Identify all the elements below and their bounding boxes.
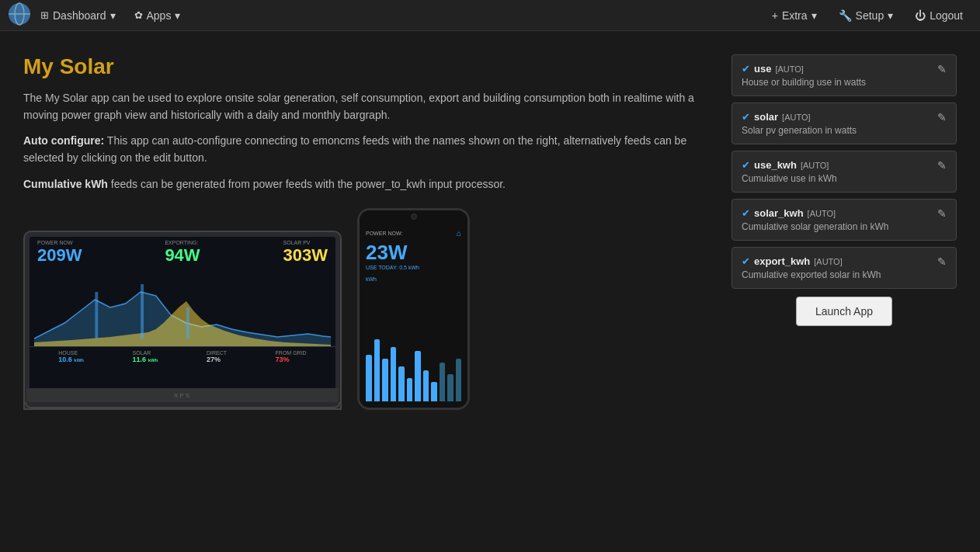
phone-bar-2	[382, 359, 388, 401]
stat3-label: SOLAR PV	[283, 240, 328, 245]
feed-card-export_kwh: ✔ export_kwh [AUTO] Cumulative exported …	[732, 247, 957, 289]
laptop-model: XPS	[174, 392, 191, 399]
phone-bar-7	[423, 370, 429, 401]
feed-card-solar: ✔ solar [AUTO] Solar pv generation in wa…	[732, 102, 957, 144]
phone-power-val: 23W	[366, 241, 461, 265]
phone-mockup: POWER NOW: ⌂ 23W USE TODAY: 0.5 kWh kWh	[357, 208, 470, 410]
feed-name-use: use	[754, 63, 771, 75]
feed-name-solar: solar	[754, 111, 778, 123]
laptop-chart	[34, 269, 331, 346]
check-icon: ✔	[742, 63, 750, 75]
phone-kwh-label: kWh	[366, 276, 461, 282]
laptop-mockup: POWER NOW 209W EXPORTING: 94W SOLAR PV 3…	[23, 231, 342, 410]
feed-tag-export_kwh: [AUTO]	[814, 257, 842, 266]
phone-bar-10	[447, 374, 454, 401]
bstat-house-val: 10.6 kWh	[58, 356, 84, 363]
bstat-solar-label: SOLAR	[133, 350, 158, 356]
page-title: My Solar	[23, 54, 708, 79]
chevron-down-icon: ▾	[175, 9, 180, 22]
feed-card-use: ✔ use [AUTO] House or building use in wa…	[732, 54, 957, 96]
stat2-val: 94W	[165, 245, 200, 266]
feed-edit-use_kwh[interactable]: ✎	[937, 159, 947, 172]
logout-icon: ⏻	[915, 9, 926, 22]
feed-name-use_kwh: use_kwh	[754, 159, 797, 171]
feed-tag-use_kwh: [AUTO]	[801, 161, 829, 170]
phone-bar-0	[366, 355, 372, 401]
description-1: The My Solar app can be used to explore …	[23, 90, 708, 123]
stat3-val: 303W	[283, 245, 328, 266]
stat1-label: POWER NOW	[37, 240, 82, 245]
bstat-direct-label: DIRECT	[207, 350, 227, 356]
cumulative-label: Cumulative kWh	[23, 178, 108, 190]
screenshots: POWER NOW 209W EXPORTING: 94W SOLAR PV 3…	[23, 208, 708, 410]
feed-desc-solar: Solar pv generation in watts	[742, 125, 857, 136]
feed-edit-export_kwh[interactable]: ✎	[937, 255, 947, 268]
nav-logout-label: Logout	[930, 9, 963, 22]
feed-name-solar_kwh: solar_kwh	[754, 207, 804, 219]
phone-bar-9	[440, 363, 446, 401]
feed-tag-solar_kwh: [AUTO]	[808, 209, 836, 218]
phone-use-today-label: USE TODAY:	[366, 265, 398, 270]
launch-app-button[interactable]: Launch App	[796, 297, 892, 326]
plus-icon: +	[772, 9, 778, 22]
phone-bar-1	[374, 339, 381, 401]
laptop-bottom-stats: HOUSE 10.6 kWh SOLAR 11.6 kWh DIRECT 27%	[30, 346, 335, 366]
main-content: My Solar The My Solar app can be used to…	[0, 31, 980, 425]
nav-setup[interactable]: 🔧 Setup ▾	[829, 3, 903, 28]
bstat-house-label: HOUSE	[58, 350, 84, 356]
phone-bar-8	[431, 382, 437, 401]
feed-desc-solar_kwh: Cumulative solar generation in kWh	[742, 221, 888, 232]
feed-desc-export_kwh: Cumulative exported solar in kWh	[742, 269, 881, 280]
nav-right: + Extra ▾ 🔧 Setup ▾ ⏻ Logout	[763, 3, 972, 28]
phone-use-today-val: 0.5 kWh	[399, 265, 419, 270]
feed-card-left-use_kwh: ✔ use_kwh [AUTO] Cumulative use in kWh	[742, 159, 837, 184]
bstat-direct-val: 27%	[207, 356, 227, 363]
auto-configure-label: Auto configure:	[23, 134, 104, 147]
home-icon: ⌂	[457, 229, 461, 238]
nav-extra[interactable]: + Extra ▾	[763, 3, 826, 28]
phone-bar-4	[398, 366, 405, 401]
left-column: My Solar The My Solar app can be used to…	[23, 54, 708, 410]
nav-apps[interactable]: ✿ Apps ▾	[125, 3, 190, 28]
check-icon: ✔	[742, 111, 750, 123]
stat1-val: 209W	[37, 245, 82, 266]
svg-rect-6	[141, 284, 144, 338]
chevron-down-icon: ▾	[110, 9, 116, 22]
feed-card-solar_kwh: ✔ solar_kwh [AUTO] Cumulative solar gene…	[732, 199, 957, 241]
nav-logout[interactable]: ⏻ Logout	[905, 3, 972, 28]
nav-dashboard-label: Dashboard	[53, 9, 106, 22]
apps-icon: ✿	[134, 9, 143, 21]
phone-use-today: USE TODAY: 0.5 kWh	[366, 265, 461, 270]
cumulative-text: feeds can be generated from power feeds …	[111, 178, 506, 190]
nav-apps-label: Apps	[147, 9, 172, 22]
bstat-grid-val: 73%	[276, 356, 307, 363]
phone-bar-11	[456, 359, 462, 401]
svg-rect-5	[95, 292, 98, 338]
feed-card-left-solar: ✔ solar [AUTO] Solar pv generation in wa…	[742, 111, 857, 136]
feed-card-left-use: ✔ use [AUTO] House or building use in wa…	[742, 63, 866, 88]
setup-icon: 🔧	[839, 9, 852, 22]
feed-edit-use[interactable]: ✎	[937, 63, 947, 75]
chevron-down-icon: ▾	[811, 9, 817, 22]
feed-desc-use_kwh: Cumulative use in kWh	[742, 173, 837, 184]
feed-card-left-export_kwh: ✔ export_kwh [AUTO] Cumulative exported …	[742, 255, 881, 280]
dashboard-icon: ⊞	[40, 9, 49, 21]
feed-edit-solar[interactable]: ✎	[937, 111, 947, 123]
feed-tag-solar: [AUTO]	[782, 113, 810, 122]
check-icon: ✔	[742, 207, 750, 219]
phone-bar-chart	[366, 339, 461, 401]
phone-bar-6	[415, 351, 421, 401]
feed-cards-container: ✔ use [AUTO] House or building use in wa…	[732, 54, 957, 289]
launch-btn-wrap: Launch App	[732, 297, 957, 326]
phone-screen: POWER NOW: ⌂ 23W USE TODAY: 0.5 kWh kWh	[360, 223, 467, 408]
feed-tag-use: [AUTO]	[775, 64, 803, 74]
bstat-solar-val: 11.6 kWh	[133, 356, 158, 363]
nav-dashboard[interactable]: ⊞ Dashboard ▾	[31, 3, 125, 28]
chevron-down-icon: ▾	[888, 9, 893, 22]
right-column: ✔ use [AUTO] House or building use in wa…	[732, 54, 957, 410]
description-cumulative: Cumulative kWh feeds can be generated fr…	[23, 176, 708, 193]
svg-rect-7	[186, 307, 189, 338]
feed-edit-solar_kwh[interactable]: ✎	[937, 207, 947, 220]
feed-card-use_kwh: ✔ use_kwh [AUTO] Cumulative use in kWh ✎	[732, 151, 957, 193]
bstat-grid-label: FROM GRID	[276, 350, 307, 356]
